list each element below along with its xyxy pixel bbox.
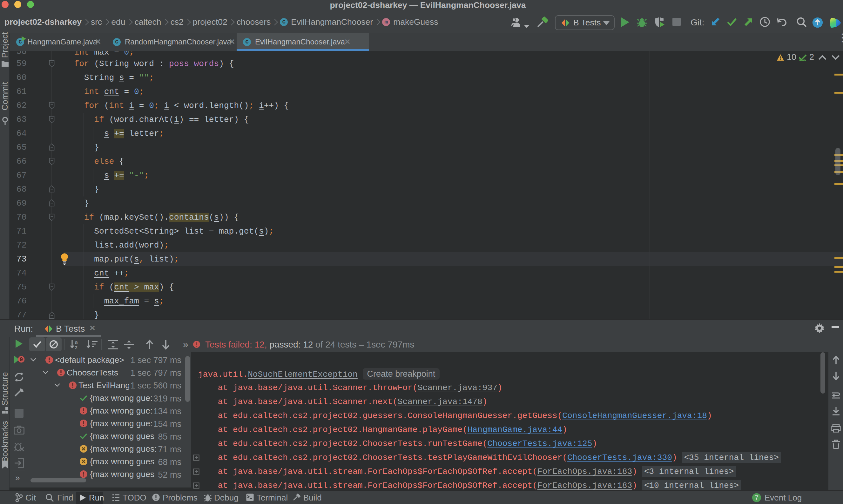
svg-text:z: z: [75, 345, 77, 350]
svg-text:9: 9: [20, 356, 22, 362]
svg-text:a: a: [75, 340, 78, 345]
